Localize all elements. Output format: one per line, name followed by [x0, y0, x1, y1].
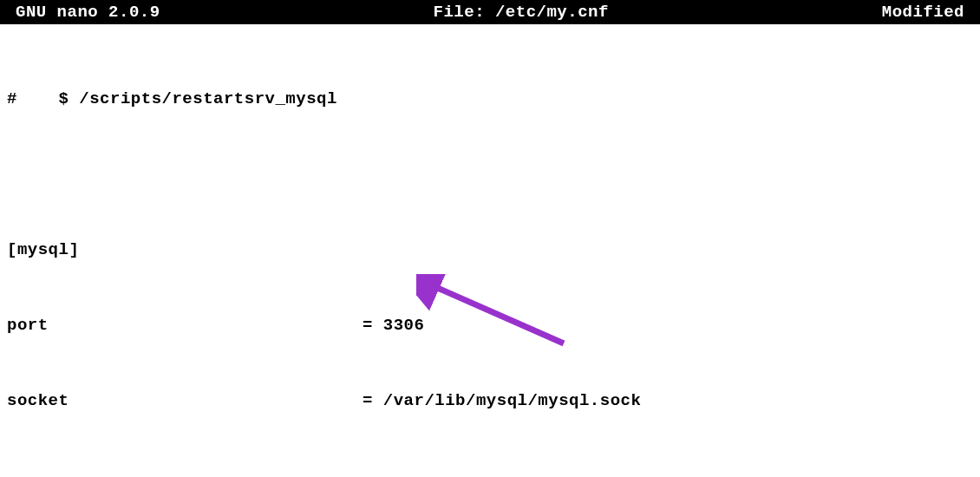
section-header: [mysql] — [7, 238, 973, 263]
app-name: GNU nano 2.0.9 — [0, 0, 160, 24]
section-label: [mysql] — [7, 238, 79, 263]
comment-text: # $ /scripts/restartsrv_mysql — [7, 87, 337, 112]
config-line: socket= /var/lib/mysql/mysql.sock — [7, 389, 973, 414]
blank-line — [7, 464, 973, 477]
file-name: File: /etc/my.cnf — [160, 0, 882, 24]
config-key: socket — [7, 389, 363, 414]
modified-status: Modified — [882, 0, 980, 24]
config-key: port — [7, 313, 363, 338]
blank-line — [7, 162, 973, 187]
config-value: = /var/lib/mysql/mysql.sock — [363, 389, 641, 414]
config-line: # $ /scripts/restartsrv_mysql — [7, 87, 973, 112]
config-value: = 3306 — [363, 313, 424, 338]
editor-title-bar: GNU nano 2.0.9 File: /etc/my.cnf Modifie… — [0, 0, 980, 24]
config-line: port= 3306 — [7, 313, 973, 338]
editor-content-area[interactable]: # $ /scripts/restartsrv_mysql [mysql] po… — [0, 24, 980, 477]
